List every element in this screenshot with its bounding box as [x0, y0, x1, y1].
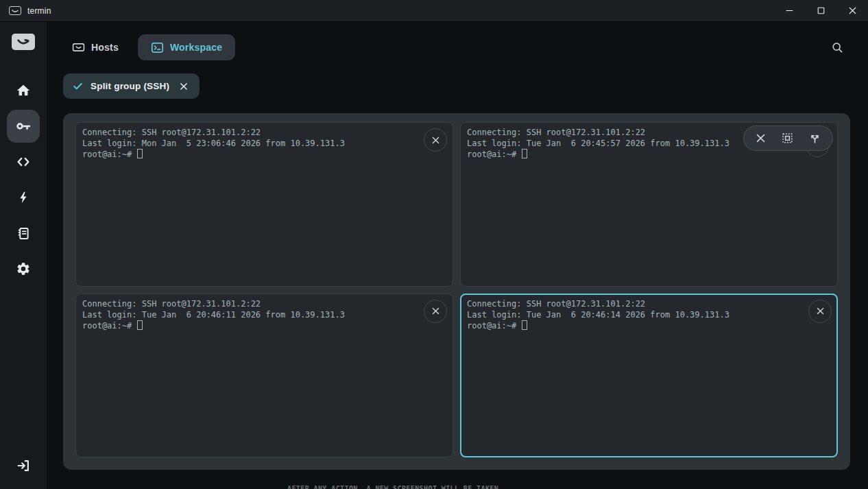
sidebar: [0, 22, 47, 489]
close-icon: [431, 306, 441, 316]
terminal-prompt: root@ai:~#: [467, 150, 521, 159]
terminal-prompt-line: root@ai:~#: [82, 149, 446, 160]
terminal-prompt-line: root@ai:~#: [82, 320, 446, 331]
terminal-prompt: root@ai:~#: [467, 321, 521, 331]
split-group-label: Split group (SSH): [91, 81, 169, 91]
split-group-tab[interactable]: Split group (SSH): [63, 73, 200, 99]
app-logo: [12, 34, 35, 50]
tab-workspace[interactable]: Workspace: [138, 34, 235, 60]
hosts-icon: [72, 43, 85, 52]
terminal-line: Last login: Tue Jan 6 20:46:14 2026 from…: [467, 309, 831, 320]
tab-hosts-label: Hosts: [91, 42, 119, 53]
terminal-pane-bottom-right[interactable]: Connecting: SSH root@172.31.101.2:22 Las…: [460, 294, 838, 458]
sidebar-item-port-forwarding[interactable]: [7, 181, 40, 214]
terminal-cursor: [522, 149, 527, 158]
sidebar-item-home[interactable]: [7, 74, 40, 107]
minimize-button[interactable]: [773, 0, 805, 21]
minimize-icon: [784, 5, 795, 16]
terminal-prompt: root@ai:~#: [82, 321, 136, 331]
window-title: termin: [27, 6, 51, 16]
maximize-button[interactable]: [805, 0, 836, 21]
sidebar-item-login[interactable]: [7, 449, 40, 482]
window-controls: [773, 0, 868, 21]
titlebar: termin: [0, 0, 868, 22]
pane-close-button[interactable]: [424, 300, 447, 323]
close-button[interactable]: [836, 0, 868, 21]
terminal-line: Last login: Tue Jan 6 20:46:11 2026 from…: [82, 309, 446, 320]
sidebar-item-sftp[interactable]: [7, 217, 40, 250]
lightning-icon: [16, 190, 30, 205]
tab-hosts[interactable]: Hosts: [72, 42, 119, 53]
sidebar-item-settings[interactable]: [7, 252, 40, 285]
close-icon: [431, 135, 441, 145]
split-group-close-button[interactable]: [178, 80, 190, 93]
close-icon: [815, 306, 825, 316]
pane-toolbar-select-button[interactable]: [781, 132, 794, 145]
code-icon: [16, 154, 31, 169]
terminal-smile-icon: [11, 8, 19, 14]
home-icon: [16, 83, 31, 98]
terminal-smile-icon: [16, 37, 31, 47]
login-icon: [16, 458, 31, 473]
pane-close-button[interactable]: [424, 128, 447, 152]
terminal-prompt-line: root@ai:~#: [467, 320, 831, 331]
clipped-bottom-text: AFTER ANY ACTION, A NEW SCREENSHOT WILL …: [287, 483, 514, 489]
journal-icon: [16, 226, 31, 241]
pane-toolbar-close-button[interactable]: [755, 132, 767, 144]
terminal-pane-top-right[interactable]: Connecting: SSH root@172.31.101.2:22 Las…: [460, 122, 838, 287]
split-group-panel: Connecting: SSH root@172.31.101.2:22 Las…: [63, 113, 850, 470]
terminal-line: Connecting: SSH root@172.31.101.2:22: [82, 298, 446, 309]
sidebar-item-keychain[interactable]: [7, 110, 40, 143]
tab-workspace-label: Workspace: [170, 42, 222, 53]
terminal-cursor: [137, 320, 143, 330]
pane-hover-toolbar: [743, 126, 833, 151]
pane-toolbar-split-button[interactable]: [808, 132, 821, 145]
workspace-terminal-icon: [151, 42, 164, 53]
terminal-line: Connecting: SSH root@172.31.101.2:22: [82, 127, 446, 138]
terminal-cursor: [137, 149, 143, 158]
split-fork-icon: [808, 132, 821, 145]
maximize-icon: [815, 5, 827, 16]
terminal-line: Connecting: SSH root@172.31.101.2:22: [467, 298, 831, 309]
dashed-select-icon: [781, 132, 794, 145]
topbar: Hosts Workspace: [72, 34, 847, 60]
search-icon: [830, 40, 845, 55]
terminal-pane-top-left[interactable]: Connecting: SSH root@172.31.101.2:22 Las…: [75, 122, 453, 287]
terminal-pane-bottom-left[interactable]: Connecting: SSH root@172.31.101.2:22 Las…: [75, 294, 453, 458]
sidebar-item-snippets[interactable]: [7, 145, 40, 178]
terminal-cursor: [522, 320, 527, 330]
gear-icon: [16, 261, 31, 276]
pane-close-button[interactable]: [808, 300, 832, 323]
terminal-prompt: root@ai:~#: [82, 150, 136, 159]
close-icon: [847, 5, 858, 16]
terminal-line: Last login: Mon Jan 5 23:06:46 2026 from…: [82, 138, 446, 149]
close-icon: [755, 132, 767, 144]
sidebar-nav: [7, 74, 40, 285]
search-button[interactable]: [828, 38, 847, 58]
check-icon: [72, 80, 84, 92]
app-icon: [9, 6, 21, 15]
key-icon: [15, 118, 32, 134]
close-icon: [179, 82, 189, 91]
main-content: Hosts Workspace Split group (SSH): [47, 22, 868, 489]
